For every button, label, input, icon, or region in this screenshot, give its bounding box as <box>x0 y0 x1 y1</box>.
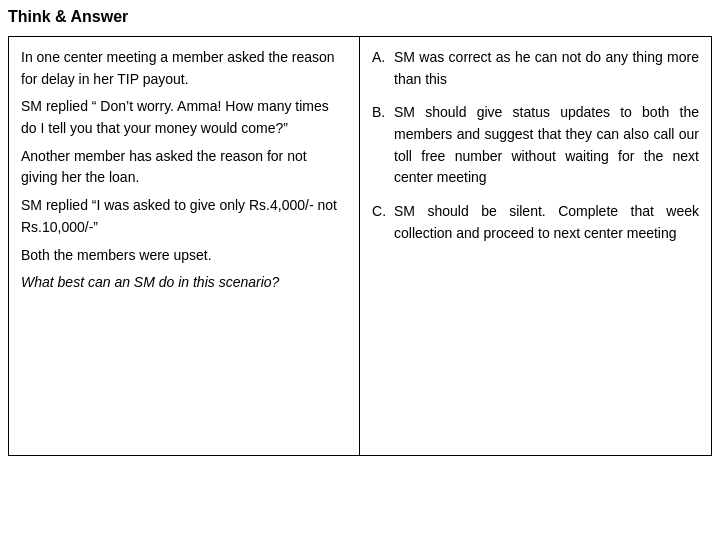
left-para-6: What best can an SM do in this scenario? <box>21 272 347 294</box>
answer-item-b: B. SM should give status updates to both… <box>372 102 699 189</box>
answer-label-a: A. <box>372 47 394 90</box>
answer-box: A. SM was correct as he can not do any t… <box>360 36 712 456</box>
left-para-5: Both the members were upset. <box>21 245 347 267</box>
page-title: Think & Answer <box>8 8 712 26</box>
answer-text-c: SM should be silent. Complete that week … <box>394 201 699 244</box>
left-para-1: In one center meeting a member asked the… <box>21 47 347 90</box>
answer-label-b: B. <box>372 102 394 189</box>
answer-text-b: SM should give status updates to both th… <box>394 102 699 189</box>
answer-label-c: C. <box>372 201 394 244</box>
answer-item-c: C. SM should be silent. Complete that we… <box>372 201 699 244</box>
left-para-3: Another member has asked the reason for … <box>21 146 347 189</box>
left-para-2: SM replied “ Don’t worry. Amma! How many… <box>21 96 347 139</box>
answer-text-a: SM was correct as he can not do any thin… <box>394 47 699 90</box>
left-para-4: SM replied “I was asked to give only Rs.… <box>21 195 347 238</box>
content-area: In one center meeting a member asked the… <box>8 36 712 456</box>
question-box: In one center meeting a member asked the… <box>8 36 360 456</box>
answer-item-a: A. SM was correct as he can not do any t… <box>372 47 699 90</box>
